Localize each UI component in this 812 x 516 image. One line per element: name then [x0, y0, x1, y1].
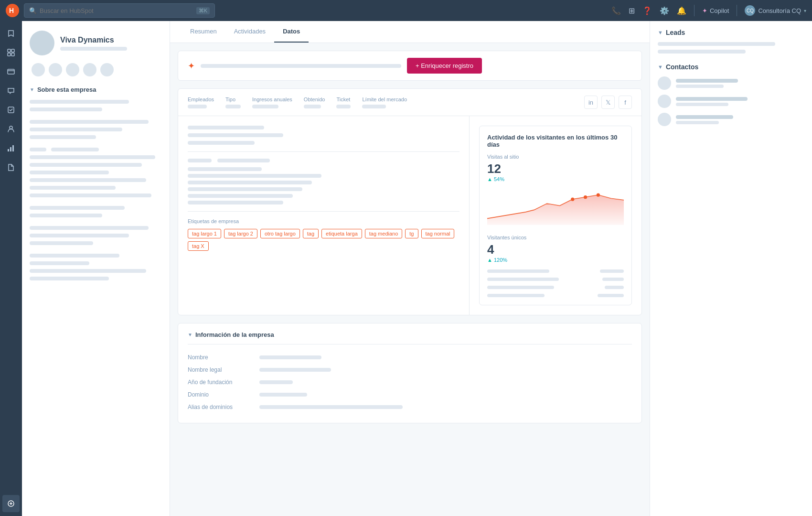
contacts-list [658, 76, 804, 126]
svg-point-9 [10, 126, 12, 129]
left-panel: Viva Dynamics ▼ Sobre esta empresa [22, 21, 170, 516]
info-chevron-icon: ▼ [188, 332, 192, 337]
enrich-button[interactable]: + Enriquecer registro [407, 58, 482, 74]
contact-circle-5[interactable] [100, 63, 114, 76]
social-icons: in 𝕏 f [584, 96, 632, 109]
svg-rect-6 [8, 69, 14, 74]
visits-metric: Visitas al sitio 12 ▲ 54% [487, 154, 624, 182]
contact-name-skeleton-2 [676, 97, 748, 101]
tag-item[interactable]: tag X [188, 241, 209, 251]
tag-item[interactable]: tag [303, 229, 319, 238]
linkedin-icon[interactable]: in [584, 96, 598, 109]
data-section: Empleados Tipo Ingresos anuales Obtenido [178, 88, 642, 315]
contact-avatar-3 [658, 113, 671, 126]
chevron-down-icon: ▾ [804, 8, 806, 13]
contact-circle-2[interactable] [49, 63, 62, 76]
field-tipo: Tipo [225, 97, 241, 108]
contacts-title: Contactos [666, 63, 698, 71]
sidebar-item-dashboard[interactable] [2, 44, 20, 61]
user-avatar: CQ [745, 5, 755, 16]
sidebar-item-tasks[interactable] [2, 101, 20, 118]
svg-rect-12 [12, 145, 14, 151]
about-skeleton [30, 100, 162, 280]
tag-item[interactable]: tag normal [421, 229, 455, 238]
help-icon[interactable]: ❓ [642, 6, 652, 15]
sidebar-item-expand[interactable] [2, 495, 20, 512]
tag-item[interactable]: otro tag largo [260, 229, 300, 238]
company-meta-skeleton [60, 47, 127, 51]
leads-skeleton-1 [658, 42, 775, 46]
field-ticket: Ticket [336, 97, 351, 108]
hubspot-logo[interactable]: H [6, 4, 19, 17]
data-content: Etiquetas de empresa tag largo 1 tag lar… [178, 116, 641, 315]
search-input[interactable] [40, 7, 193, 14]
unique-change: ▲ 120% [487, 257, 624, 263]
top-navigation: H 🔍 ⌘K 📞 ⊞ ❓ ⚙️ 🔔 ✦ Copilot CQ Consultor… [0, 0, 812, 21]
visits-arrow-icon: ▲ [487, 176, 492, 182]
company-info-header[interactable]: ▼ Información de la empresa [188, 323, 632, 344]
contact-role-skeleton-1 [676, 85, 724, 88]
field-empleados: Empleados [188, 97, 214, 108]
notification-icon[interactable]: 🔔 [677, 6, 686, 15]
search-bar[interactable]: 🔍 ⌘K [24, 3, 215, 18]
contacts-section-header[interactable]: ▼ Contactos [658, 63, 804, 71]
user-menu-button[interactable]: CQ Consultoría CQ ▾ [745, 5, 806, 16]
tab-resumen[interactable]: Resumen [182, 21, 225, 43]
contact-role-skeleton-3 [676, 121, 719, 124]
svg-text:H: H [9, 7, 14, 14]
contact-circle-4[interactable] [83, 63, 96, 76]
twitter-icon[interactable]: 𝕏 [601, 96, 615, 109]
contacts-chevron-icon: ▼ [658, 64, 663, 70]
contact-info-3 [676, 115, 733, 124]
company-avatar [30, 31, 54, 55]
field-obtenido: Obtenido [304, 97, 325, 108]
nav-divider-2 [737, 5, 737, 16]
grid-icon[interactable]: ⊞ [629, 6, 635, 15]
contact-circle-3[interactable] [66, 63, 79, 76]
fields-bar: Empleados Tipo Ingresos anuales Obtenido [178, 89, 641, 116]
tags-grid: tag largo 1 tag largo 2 otro tag largo t… [188, 229, 459, 251]
info-row-dominio: Dominio [188, 388, 632, 401]
sidebar-item-people[interactable] [2, 120, 20, 138]
svg-rect-3 [11, 49, 14, 52]
tag-item[interactable]: tag mediano [365, 229, 403, 238]
svg-point-17 [584, 195, 587, 199]
tag-item[interactable]: tag largo 1 [188, 229, 221, 238]
activity-card: Actividad de los visitantes en los últim… [479, 126, 632, 305]
sidebar-item-conversations[interactable] [2, 82, 20, 99]
sidebar-item-analytics[interactable] [2, 140, 20, 157]
info-row-nombre: Nombre [188, 351, 632, 364]
search-shortcut: ⌘K [196, 7, 210, 14]
tab-datos[interactable]: Datos [274, 21, 309, 43]
unique-value: 4 [487, 242, 624, 257]
tag-item[interactable]: tg [405, 229, 418, 238]
info-label-fundacion: Año de fundación [188, 379, 250, 386]
tab-actividades[interactable]: Actividades [225, 21, 274, 43]
sidebar-item-contacts[interactable] [2, 63, 20, 80]
info-value-fundacion [259, 380, 293, 384]
tag-item[interactable]: etiqueta larga [321, 229, 362, 238]
leads-section-header[interactable]: ▼ Leads [658, 29, 804, 36]
contact-circles [32, 63, 162, 76]
tag-item[interactable]: tag largo 2 [224, 229, 257, 238]
phone-icon[interactable]: 📞 [611, 6, 621, 15]
enrich-bar: ✦ + Enriquecer registro [178, 51, 642, 81]
data-left: Etiquetas de empresa tag largo 1 tag lar… [178, 116, 470, 315]
settings-icon[interactable]: ⚙️ [660, 6, 669, 15]
company-header: Viva Dynamics [30, 31, 162, 55]
facebook-icon[interactable]: f [619, 96, 632, 109]
activity-extra-skeleton [487, 269, 624, 297]
sidebar-item-files[interactable] [2, 159, 20, 176]
contact-circle-1[interactable] [32, 63, 45, 76]
user-label: Consultoría CQ [758, 7, 801, 14]
contact-info-2 [676, 97, 748, 106]
info-value-dominio [259, 393, 307, 397]
svg-rect-10 [8, 149, 9, 151]
sidebar-item-bookmark[interactable] [2, 25, 20, 42]
visits-value: 12 [487, 161, 624, 176]
copilot-button[interactable]: ✦ Copilot [702, 7, 729, 14]
copilot-label: Copilot [710, 7, 729, 14]
visits-change: ▲ 54% [487, 176, 624, 182]
info-value-nombre [259, 355, 321, 359]
about-section-header[interactable]: ▼ Sobre esta empresa [30, 86, 162, 93]
